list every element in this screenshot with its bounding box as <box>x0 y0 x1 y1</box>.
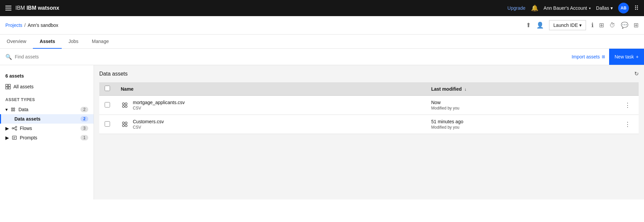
row2-checkbox[interactable] <box>105 121 110 127</box>
account-chevron-icon: ▾ <box>589 6 591 10</box>
flows-expand-icon: ▶ <box>5 126 9 131</box>
sidebar-item-prompts[interactable]: ▶ Prompts 1 <box>0 133 94 142</box>
chat-icon[interactable]: 💬 <box>621 21 628 29</box>
apps-icon[interactable]: ⠿ <box>634 4 639 12</box>
launch-ide-chevron-icon: ▾ <box>579 23 582 28</box>
row2-checkbox-cell[interactable] <box>99 115 115 134</box>
tab-overview[interactable]: Overview <box>0 35 33 49</box>
data-assets-count: 2 <box>80 116 88 122</box>
data-assets-title: Data assets <box>99 71 127 77</box>
row2-asset-type: CSV <box>133 125 164 130</box>
info-icon[interactable]: ℹ <box>591 21 594 29</box>
tab-jobs[interactable]: Jobs <box>62 35 85 49</box>
projects-link[interactable]: Projects <box>5 23 22 28</box>
row2-actions-cell[interactable]: ⋮ <box>616 115 639 134</box>
svg-point-8 <box>12 128 13 129</box>
row1-asset-type: CSV <box>133 106 185 110</box>
sort-arrow-icon: ↓ <box>464 87 466 92</box>
asset-types-heading: Asset types <box>0 92 94 105</box>
search-input[interactable] <box>15 54 562 59</box>
data-area: Data assets ↻ Name Last modified ↓ <box>94 65 644 199</box>
upgrade-link[interactable]: Upgrade <box>507 5 526 11</box>
flows-count: 3 <box>80 126 88 131</box>
svg-point-16 <box>122 103 124 105</box>
svg-point-20 <box>122 122 124 124</box>
sidebar-item-flows[interactable]: ▶ Flows 3 <box>0 124 94 133</box>
svg-rect-13 <box>12 136 16 139</box>
last-modified-column-header[interactable]: Last modified ↓ <box>426 82 616 96</box>
name-column-header[interactable]: Name <box>115 82 426 96</box>
breadcrumb-current: Ann's sandbox <box>28 23 58 28</box>
csv-file-icon-2 <box>121 120 129 128</box>
import-assets-button[interactable]: Import assets ⊞ <box>568 51 609 62</box>
breadcrumb-actions: ⬆ 👤 Launch IDE ▾ ℹ ⊞ ⏱ 💬 ⊞ <box>526 20 639 30</box>
svg-line-12 <box>13 129 15 130</box>
row2-overflow-menu-button[interactable]: ⋮ <box>622 119 633 129</box>
row1-checkbox[interactable] <box>105 102 110 107</box>
svg-point-22 <box>122 125 124 127</box>
all-assets-icon <box>5 84 11 89</box>
user-avatar[interactable]: AB <box>618 3 629 13</box>
prompts-count: 1 <box>80 135 88 140</box>
svg-point-5 <box>13 108 15 109</box>
sidebar-item-data[interactable]: ▾ Data 2 <box>0 105 94 114</box>
search-icon: 🔍 <box>5 54 12 60</box>
svg-point-23 <box>125 125 127 127</box>
top-navigation: IBM IBM watsonx Upgrade 🔔 Ann Bauer's Ac… <box>0 0 644 16</box>
actions-column-header <box>616 82 639 96</box>
svg-rect-0 <box>6 84 8 86</box>
sidebar: 6 assets All assets Asset types ▾ <box>0 65 94 199</box>
brand-name: IBM IBM watsonx <box>15 5 59 11</box>
prompts-icon <box>12 135 17 140</box>
sidebar-item-data-assets[interactable]: Data assets 2 <box>0 114 94 124</box>
account-name: Ann Bauer's Account <box>544 5 587 11</box>
svg-point-17 <box>125 103 127 105</box>
row2-name-cell: Customers.csv CSV <box>115 115 426 134</box>
row1-asset-name: mortgage_applicants.csv <box>133 100 185 105</box>
svg-rect-1 <box>8 84 10 86</box>
all-assets-label: All assets <box>13 84 34 89</box>
data-icon <box>10 107 16 112</box>
select-all-cell[interactable] <box>99 82 115 96</box>
notification-icon[interactable]: 🔔 <box>531 4 538 12</box>
svg-point-19 <box>125 105 127 107</box>
history-icon[interactable]: ⏱ <box>609 22 615 29</box>
top-action-row: 🔍 Import assets ⊞ New task + <box>0 49 644 65</box>
tab-manage[interactable]: Manage <box>85 35 116 49</box>
flows-icon <box>12 126 17 131</box>
all-assets-link[interactable]: All assets <box>0 81 94 92</box>
prompts-label: Prompts <box>20 135 37 140</box>
assets-count-label: 6 assets <box>0 71 94 81</box>
new-task-plus-icon: + <box>636 54 639 59</box>
new-task-button[interactable]: New task + <box>609 49 644 65</box>
tab-assets[interactable]: Assets <box>33 35 62 49</box>
search-section: 🔍 <box>0 49 568 65</box>
row1-actions-cell[interactable]: ⋮ <box>616 96 639 115</box>
actions-section: Import assets ⊞ New task + <box>568 49 644 65</box>
breadcrumb: Projects / Ann's sandbox <box>5 23 58 28</box>
row1-overflow-menu-button[interactable]: ⋮ <box>622 100 633 110</box>
data-collapse-icon: ▾ <box>5 107 8 112</box>
import-assets-icon: ⊞ <box>602 54 605 59</box>
svg-point-10 <box>15 129 17 130</box>
row2-modified-cell: 51 minutes ago Modified by you <box>426 115 616 134</box>
upload-icon[interactable]: ⬆ <box>526 21 531 29</box>
launch-ide-button[interactable]: Launch IDE ▾ <box>549 20 586 30</box>
account-menu[interactable]: Ann Bauer's Account ▾ <box>544 5 591 11</box>
region-menu[interactable]: Dallas ▾ <box>596 5 613 11</box>
refresh-icon[interactable]: ↻ <box>634 71 639 77</box>
data-assets-label: Data assets <box>14 116 41 122</box>
row1-checkbox-cell[interactable] <box>99 96 115 115</box>
grid-view-icon[interactable]: ⊞ <box>634 21 639 29</box>
data-label: Data <box>18 107 29 112</box>
row1-modified-time: Now <box>431 100 611 105</box>
tabs-bar: Overview Assets Jobs Manage <box>0 35 644 49</box>
collaborators-icon[interactable]: 👤 <box>536 21 544 29</box>
table-row: Customers.csv CSV 51 minutes ago Modifie… <box>99 115 639 134</box>
pipeline-icon[interactable]: ⊞ <box>599 21 604 29</box>
region-chevron-icon: ▾ <box>610 5 613 11</box>
select-all-checkbox[interactable] <box>105 86 110 91</box>
row2-modified-time: 51 minutes ago <box>431 119 611 124</box>
table-header-row: Name Last modified ↓ <box>99 82 639 96</box>
menu-icon[interactable] <box>5 6 11 10</box>
